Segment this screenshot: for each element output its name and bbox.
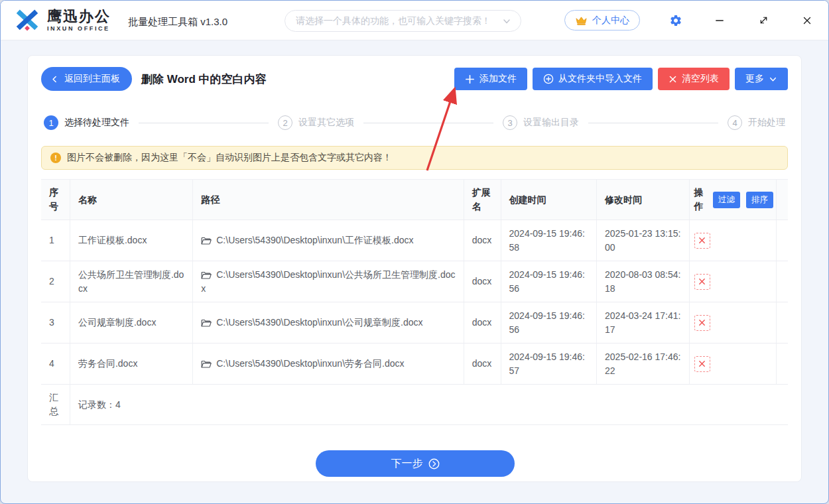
title-row: 返回到主面板 删除 Word 中的空白内容 添加文件 <box>41 67 788 91</box>
back-button[interactable]: 返回到主面板 <box>41 67 132 91</box>
chevron-left-icon <box>50 75 59 84</box>
user-center-label: 个人中心 <box>592 15 629 27</box>
cell-index: 3 <box>41 302 70 343</box>
cell-created: 2024-09-15 19:46:58 <box>501 220 598 261</box>
table-row: 2 公共场所卫生管理制度.docx C:\Users\54390\Desktop… <box>41 261 788 302</box>
step-connector <box>363 123 493 123</box>
main-content: 返回到主面板 删除 Word 中的空白内容 添加文件 <box>1 40 828 504</box>
page-title: 删除 Word 中的空白内容 <box>141 72 267 87</box>
cross-icon <box>669 75 677 84</box>
delete-row-button[interactable] <box>694 356 710 372</box>
header-modified: 修改时间 <box>597 180 690 220</box>
exclamation-circle-icon: ! <box>50 153 61 163</box>
brand-text: 鹰迅办公 INXUN OFFICE <box>47 9 111 32</box>
more-button[interactable]: 更多 <box>735 68 788 90</box>
table-row: 4 劳务合同.docx C:\Users\54390\Desktop\inxun… <box>41 344 788 385</box>
add-files-label: 添加文件 <box>479 73 517 85</box>
delete-cross-icon <box>698 359 706 368</box>
delete-row-button[interactable] <box>694 315 710 331</box>
open-folder-icon <box>201 359 212 369</box>
next-step-label: 下一步 <box>391 457 423 471</box>
clear-list-button[interactable]: 清空列表 <box>658 68 730 90</box>
app-version-label: 批量处理工具箱 v1.3.0 <box>128 16 227 29</box>
clear-list-label: 清空列表 <box>682 73 719 85</box>
step-2-label: 设置其它选项 <box>298 117 354 129</box>
add-files-button[interactable]: 添加文件 <box>454 68 527 90</box>
path-text: C:\Users\54390\Desktop\inxun\公共场所卫生管理制度.… <box>201 269 455 294</box>
user-center-button[interactable]: 个人中心 <box>564 10 640 31</box>
cell-actions <box>690 344 777 384</box>
cell-index: 4 <box>41 344 70 384</box>
path-text: C:\Users\54390\Desktop\inxun\公司规章制度.docx <box>216 317 422 328</box>
table-row: 1 工作证模板.docx C:\Users\54390\Desktop\inxu… <box>41 220 788 261</box>
cell-modified: 2024-03-24 17:41:17 <box>597 302 690 343</box>
cell-created: 2024-09-15 19:46:56 <box>501 261 598 302</box>
app-logo-icon <box>14 8 40 33</box>
header-actions: 操作 过滤 排序 <box>690 180 777 220</box>
more-label: 更多 <box>745 73 764 85</box>
chevron-down-icon <box>502 17 511 26</box>
back-button-label: 返回到主面板 <box>64 73 120 85</box>
cell-modified: 2020-08-03 08:54:18 <box>597 261 690 302</box>
function-select-placeholder: 请选择一个具体的功能，也可输入关键字搜索！ <box>296 15 502 27</box>
summary-row: 汇总 记录数：4 <box>41 385 788 425</box>
cell-path: C:\Users\54390\Desktop\inxun\公司规章制度.docx <box>193 302 464 343</box>
cell-ext: docx <box>464 261 501 302</box>
path-text: C:\Users\54390\Desktop\inxun\劳务合同.docx <box>216 358 404 369</box>
header-path: 路径 <box>193 180 464 220</box>
minimize-button[interactable] <box>712 13 728 29</box>
step-1-number: 1 <box>44 115 58 130</box>
cell-name: 公共场所卫生管理制度.docx <box>70 261 193 302</box>
delete-cross-icon <box>698 277 706 286</box>
delete-row-button[interactable] <box>694 233 710 249</box>
sort-button[interactable]: 排序 <box>746 192 773 208</box>
summary-label: 汇总 <box>41 385 70 424</box>
step-connector <box>139 123 269 123</box>
circled-plus-icon <box>543 74 554 84</box>
step-4: 4 开始处理 <box>728 115 785 130</box>
table-gutter <box>777 180 788 220</box>
function-select[interactable]: 请选择一个具体的功能，也可输入关键字搜索！ <box>285 10 521 32</box>
delete-cross-icon <box>698 236 706 245</box>
title-actions: 添加文件 从文件夹中导入文件 清空列表 <box>454 68 788 90</box>
circled-arrow-right-icon <box>428 458 440 470</box>
filter-button[interactable]: 过滤 <box>713 192 740 208</box>
open-folder-icon <box>201 236 212 245</box>
warning-banner: ! 图片不会被删除，因为这里「不会」自动识别图片上是否包含文字或其它内容！ <box>41 146 788 170</box>
plus-icon <box>465 74 475 84</box>
step-2: 2 设置其它选项 <box>278 115 354 130</box>
maximize-button[interactable] <box>755 13 771 29</box>
table-row: 3 公司规章制度.docx C:\Users\54390\Desktop\inx… <box>41 302 788 344</box>
minimize-icon <box>714 15 726 27</box>
crown-icon <box>575 15 588 26</box>
cell-ext: docx <box>464 344 501 384</box>
step-4-number: 4 <box>728 115 742 130</box>
table-header-row: 序号 名称 路径 扩展名 创建时间 修改时间 操作 过滤 排序 <box>41 179 788 220</box>
settings-button[interactable] <box>668 13 684 29</box>
delete-cross-icon <box>698 318 706 327</box>
next-step-button[interactable]: 下一步 <box>316 450 515 477</box>
table-gutter <box>777 261 788 302</box>
table-gutter <box>777 220 788 261</box>
header-ext: 扩展名 <box>464 180 501 220</box>
close-button[interactable] <box>799 13 815 29</box>
panel-card: 返回到主面板 删除 Word 中的空白内容 添加文件 <box>27 55 802 482</box>
cell-name: 公司规章制度.docx <box>70 302 193 343</box>
cell-index: 1 <box>41 220 70 261</box>
cell-actions <box>690 220 777 261</box>
cell-actions <box>690 261 777 302</box>
cell-index: 2 <box>41 261 70 302</box>
step-3-number: 3 <box>503 115 517 130</box>
summary-value: 记录数：4 <box>70 385 788 424</box>
delete-row-button[interactable] <box>694 274 710 290</box>
cell-ext: docx <box>464 220 501 261</box>
open-folder-icon <box>201 318 212 328</box>
cell-created: 2024-09-15 19:46:56 <box>501 302 598 343</box>
top-bar: 鹰迅办公 INXUN OFFICE 批量处理工具箱 v1.3.0 请选择一个具体… <box>1 1 828 40</box>
cell-modified: 2025-01-23 13:15:00 <box>597 220 690 261</box>
cell-name: 劳务合同.docx <box>70 344 193 384</box>
header-actions-label: 操作 <box>694 186 708 214</box>
step-4-label: 开始处理 <box>748 117 785 129</box>
import-folder-button[interactable]: 从文件夹中导入文件 <box>533 68 653 90</box>
header-index: 序号 <box>41 180 70 220</box>
